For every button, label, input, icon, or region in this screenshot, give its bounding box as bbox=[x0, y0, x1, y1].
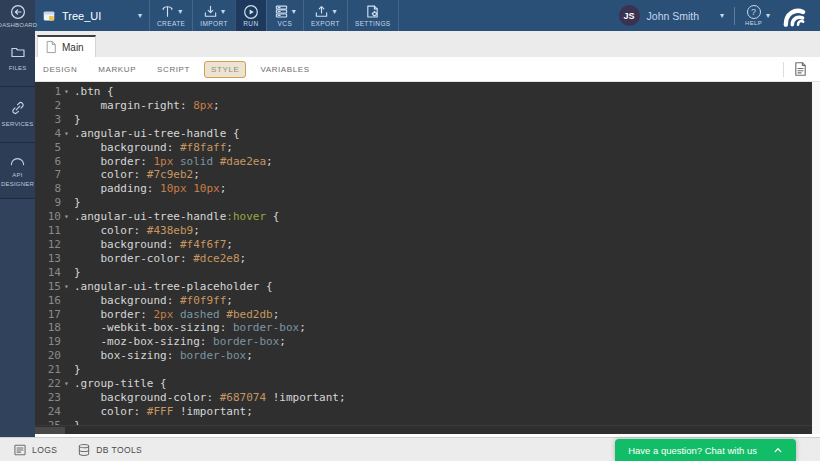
sidebar-item-services[interactable]: SERVICES bbox=[0, 87, 35, 143]
code-text[interactable]: color: #FFF !important; bbox=[74, 405, 253, 419]
gutter-spacer bbox=[61, 252, 74, 266]
wave-logo-icon bbox=[782, 4, 808, 28]
app-icon bbox=[42, 9, 56, 23]
code-text[interactable]: } bbox=[74, 196, 81, 210]
bottombar-item-label: DB TOOLS bbox=[96, 445, 142, 455]
mode-tabs: DESIGNMARKUPSCRIPTSTYLEVARIABLES bbox=[43, 61, 310, 78]
code-text[interactable]: } bbox=[74, 363, 81, 377]
line-number: 24 bbox=[35, 405, 61, 419]
code-line: 7 color: #7c9eb2; bbox=[35, 168, 820, 182]
app-selector[interactable]: Tree_UI ▾ bbox=[35, 0, 149, 31]
top-menus: ▾CREATE▾IMPORTRUN▾VCS▾EXPORTSETTINGS bbox=[149, 0, 399, 31]
line-number: 19 bbox=[35, 335, 61, 349]
code-text[interactable]: padding: 10px 10px; bbox=[74, 182, 226, 196]
sidebar-item-api-designer[interactable]: APIDESIGNER bbox=[0, 143, 35, 199]
gutter-spacer bbox=[61, 99, 74, 113]
vertical-scrollbar-track[interactable] bbox=[812, 82, 820, 434]
menu-settings[interactable]: SETTINGS bbox=[347, 0, 399, 31]
menu-label: CREATE bbox=[157, 20, 185, 27]
code-line: 2 margin-right: 8px; bbox=[35, 99, 820, 113]
line-number: 23 bbox=[35, 391, 61, 405]
line-number: 22 bbox=[35, 377, 61, 391]
code-line: 15▾.angular-ui-tree-placeholder { bbox=[35, 280, 820, 294]
line-number: 20 bbox=[35, 349, 61, 363]
line-number: 17 bbox=[35, 308, 61, 322]
code-text[interactable]: color: #438eb9; bbox=[74, 224, 200, 238]
fold-toggle-icon[interactable]: ▾ bbox=[61, 210, 74, 224]
user-menu[interactable]: JS John Smith ▾ bbox=[619, 5, 725, 26]
bottombar-item-logs[interactable]: LOGS bbox=[13, 443, 57, 457]
menu-vcs[interactable]: ▾VCS bbox=[266, 0, 303, 31]
gutter-spacer bbox=[61, 266, 74, 280]
sidebar-item-dashboard[interactable]: DASHBOARD bbox=[0, 0, 35, 31]
code-text[interactable]: } bbox=[74, 113, 81, 127]
gutter-spacer bbox=[61, 294, 74, 308]
code-editor[interactable]: 1▾.btn {2 margin-right: 8px;3}4▾.angular… bbox=[35, 82, 820, 434]
code-line: 5 background: #f8faff; bbox=[35, 141, 820, 155]
tab-markup[interactable]: MARKUP bbox=[98, 65, 136, 74]
tab-design[interactable]: DESIGN bbox=[43, 65, 77, 74]
code-text[interactable]: .angular-ui-tree-handle:hover { bbox=[74, 210, 279, 224]
menu-create[interactable]: ▾CREATE bbox=[149, 0, 192, 31]
tab-main[interactable]: Main bbox=[37, 35, 96, 57]
code-text[interactable]: border: 1px solid #dae2ea; bbox=[74, 155, 273, 169]
notes-document-icon[interactable] bbox=[793, 61, 808, 77]
tab-variables[interactable]: VARIABLES bbox=[260, 65, 309, 74]
help-menu[interactable]: ? HELP ▾ bbox=[745, 5, 770, 26]
code-line: 11 color: #438eb9; bbox=[35, 224, 820, 238]
top-bar: DASHBOARD Tree_UI ▾ ▾CREATE▾IMPORTRUN▾VC… bbox=[0, 0, 820, 31]
menu-import[interactable]: ▾IMPORT bbox=[192, 0, 235, 31]
code-line: 24 color: #FFF !important; bbox=[35, 405, 820, 419]
code-text[interactable]: background-color: #687074 !important; bbox=[74, 391, 346, 405]
code-text[interactable]: -webkit-box-sizing: border-box; bbox=[74, 321, 306, 335]
code-text[interactable]: color: #7c9eb2; bbox=[74, 168, 200, 182]
help-label: HELP bbox=[745, 20, 762, 26]
menu-label: IMPORT bbox=[200, 20, 228, 27]
code-line: 12 background: #f4f6f7; bbox=[35, 238, 820, 252]
tab-script[interactable]: SCRIPT bbox=[157, 65, 190, 74]
code-text[interactable]: box-sizing: border-box; bbox=[74, 349, 253, 363]
menu-label: SETTINGS bbox=[355, 20, 391, 27]
code-line: 19 -moz-box-sizing: border-box; bbox=[35, 335, 820, 349]
code-line: 14} bbox=[35, 266, 820, 280]
gutter-spacer bbox=[61, 224, 74, 238]
sidebar-item-files[interactable]: FILES bbox=[0, 31, 35, 87]
line-number: 14 bbox=[35, 266, 61, 280]
horizontal-scrollbar[interactable] bbox=[35, 425, 812, 434]
line-number: 11 bbox=[35, 224, 61, 238]
fold-toggle-icon[interactable]: ▾ bbox=[61, 127, 74, 141]
chat-widget[interactable]: Have a question? Chat with us bbox=[615, 439, 796, 461]
line-number: 6 bbox=[35, 155, 61, 169]
tab-style[interactable]: STYLE bbox=[204, 61, 246, 78]
code-text[interactable]: background: #f0f9ff; bbox=[74, 294, 233, 308]
code-text[interactable]: background: #f4f6f7; bbox=[74, 238, 233, 252]
code-text[interactable]: margin-right: 8px; bbox=[74, 99, 220, 113]
code-line: 16 background: #f0f9ff; bbox=[35, 294, 820, 308]
code-line: 4▾.angular-ui-tree-handle { bbox=[35, 127, 820, 141]
gutter-spacer bbox=[61, 182, 74, 196]
menu-export[interactable]: ▾EXPORT bbox=[303, 0, 347, 31]
code-text[interactable]: .btn { bbox=[74, 85, 114, 99]
code-text[interactable]: .angular-ui-tree-handle { bbox=[74, 127, 240, 141]
top-menu-bar: Tree_UI ▾ ▾CREATE▾IMPORTRUN▾VCS▾EXPORTSE… bbox=[35, 0, 820, 31]
fold-toggle-icon[interactable]: ▾ bbox=[61, 85, 74, 99]
menu-label: VCS bbox=[278, 20, 293, 27]
code-line: 23 background-color: #687074 !important; bbox=[35, 391, 820, 405]
code-line: 6 border: 1px solid #dae2ea; bbox=[35, 155, 820, 169]
code-text[interactable]: -moz-box-sizing: border-box; bbox=[74, 335, 286, 349]
code-text[interactable]: border-color: #dce2e8; bbox=[74, 252, 246, 266]
chevron-down-icon: ▾ bbox=[292, 8, 296, 16]
menu-run[interactable]: RUN bbox=[235, 0, 266, 31]
horizontal-scrollbar-thumb[interactable] bbox=[35, 427, 65, 434]
code-text[interactable]: .group-title { bbox=[74, 377, 167, 391]
code-text[interactable]: } bbox=[74, 266, 81, 280]
code-text[interactable]: background: #f8faff; bbox=[74, 141, 233, 155]
bottombar-item-db-tools[interactable]: DB TOOLS bbox=[77, 443, 142, 457]
code-text[interactable]: .angular-ui-tree-placeholder { bbox=[74, 280, 273, 294]
fold-toggle-icon[interactable]: ▾ bbox=[61, 377, 74, 391]
fold-toggle-icon[interactable]: ▾ bbox=[61, 280, 74, 294]
line-number: 16 bbox=[35, 294, 61, 308]
code-text[interactable]: border: 2px dashed #bed2db; bbox=[74, 308, 279, 322]
code-line: 20 box-sizing: border-box; bbox=[35, 349, 820, 363]
divider bbox=[734, 7, 735, 25]
